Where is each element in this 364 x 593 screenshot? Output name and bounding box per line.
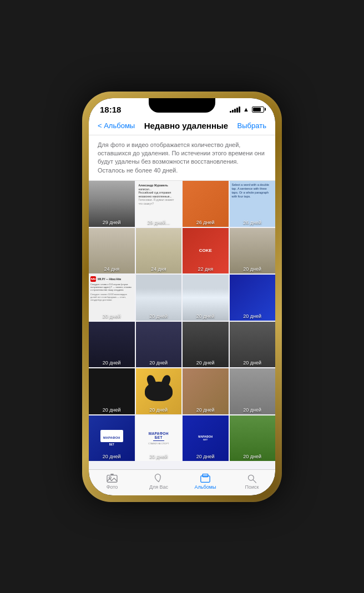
grid-row: 24 дня 24 дня COKE 22 дня 20 дней — [89, 228, 275, 274]
screen: 18:18 ▲ < Альбомы — [89, 98, 275, 495]
albums-icon — [199, 473, 211, 483]
day-label: 26 дней — [230, 220, 276, 225]
svg-rect-0 — [107, 475, 117, 482]
day-label: 20 дней — [89, 313, 135, 319]
grid-row: 29 дней Александр Журавель написал... Ро… — [89, 181, 275, 227]
day-label: 24 дня — [89, 266, 135, 272]
day-label: 20 дней — [230, 266, 276, 272]
photo-cell[interactable]: 20 дней — [136, 368, 182, 414]
back-button[interactable]: < Альбомы — [98, 121, 135, 130]
photo-cell[interactable]: 20 дней — [230, 368, 276, 414]
day-label: 20 дней — [230, 313, 276, 319]
svg-line-6 — [253, 479, 256, 482]
day-label: 20 дней — [183, 407, 229, 413]
search-icon — [246, 473, 258, 483]
day-label: 24 дня — [136, 266, 182, 272]
select-button[interactable]: Выбрать — [237, 121, 266, 130]
day-label: 20 дней — [183, 454, 229, 459]
day-label: 20 дней — [89, 454, 135, 459]
day-label: 29 дней... — [136, 220, 182, 225]
photo-cell[interactable]: 20 дней — [230, 415, 276, 462]
photo-cell[interactable]: 20 дней — [183, 368, 229, 414]
grid-row: 20 дней 20 дней 20 дней 20 дней — [89, 368, 275, 414]
photo-cell[interactable]: 20 дней — [89, 322, 135, 368]
day-label: 20 дней — [230, 454, 276, 459]
day-label: 20 дней — [183, 360, 229, 366]
photo-cell[interactable]: 20 дней — [230, 275, 276, 321]
for-you-icon — [153, 473, 165, 483]
tab-bar: Фото Для Вас Альбомы — [89, 469, 275, 495]
photo-cell[interactable]: МАРАФОН БЕТ 20 дней — [89, 415, 135, 462]
photo-cell[interactable]: 24 дня — [136, 228, 182, 274]
photo-cell[interactable]: 20 дней — [183, 275, 229, 321]
photo-cell[interactable]: COKE 22 дня — [183, 228, 229, 274]
phone-inner: 18:18 ▲ < Альбомы — [89, 98, 275, 495]
tab-search-label: Поиск — [245, 484, 259, 490]
tab-search[interactable]: Поиск — [229, 473, 275, 490]
tab-for-you[interactable]: Для Вас — [135, 473, 182, 490]
tab-albums[interactable]: Альбомы — [182, 473, 229, 490]
wifi-icon: ▲ — [243, 106, 249, 113]
photo-cell[interactable]: 29 дней — [89, 181, 135, 227]
photo-cell[interactable]: 24 дня — [89, 228, 135, 274]
day-label: 20 дней — [230, 407, 276, 413]
tab-photos[interactable]: Фото — [89, 473, 135, 490]
photo-cell[interactable]: МАРАФОНБЕТ СТАВКИ НА СПОРТ 20 дней — [136, 415, 182, 462]
tab-photos-label: Фото — [107, 484, 118, 490]
photo-cell[interactable]: NN МК.РУ — Нёжа Нёж Сноуден: слова о О.0… — [89, 275, 135, 321]
notch — [149, 98, 215, 113]
grid-row: NN МК.РУ — Нёжа Нёж Сноуден: слова о О.0… — [89, 275, 275, 321]
photo-cell[interactable]: МАРАФОН БЕТ 20 дней — [183, 415, 229, 462]
photos-icon — [106, 473, 118, 483]
photo-cell[interactable]: Александр Журавель написал... Российский… — [136, 181, 182, 227]
grid-row: МАРАФОН БЕТ 20 дней МАРАФОНБЕТ СТАВКИ НА… — [89, 415, 275, 462]
status-time: 18:18 — [100, 105, 121, 114]
tab-for-you-label: Для Вас — [149, 484, 168, 490]
nav-bar: < Альбомы Недавно удаленные Выбрать — [89, 116, 275, 135]
day-label: 20 дней — [183, 313, 229, 319]
day-label: 20 дней — [230, 360, 276, 366]
photo-cell[interactable]: 26 дней — [183, 181, 229, 227]
photo-grid: 29 дней Александр Журавель написал... Ро… — [89, 181, 275, 469]
photo-cell[interactable]: 20 дней — [136, 322, 182, 368]
status-icons: ▲ — [230, 106, 264, 113]
grid-row: 20 дней 20 дней 20 дней 20 дней — [89, 322, 275, 368]
photo-cell[interactable]: Select a word with a double tap. A sente… — [230, 181, 276, 227]
day-label: 20 дней — [136, 407, 182, 413]
photo-cell[interactable]: 20 дней — [183, 322, 229, 368]
page-title: Недавно удаленные — [144, 121, 228, 130]
info-text: Для фото и видео отображается количество… — [89, 135, 275, 181]
day-label: 20 дней — [136, 360, 182, 366]
svg-rect-2 — [110, 473, 113, 475]
tab-albums-label: Альбомы — [195, 484, 216, 490]
phone-frame: 18:18 ▲ < Альбомы — [82, 92, 282, 502]
day-label: 20 дней — [89, 407, 135, 413]
signal-icon — [230, 107, 240, 113]
svg-rect-4 — [203, 474, 208, 477]
day-label: 20 дней — [89, 360, 135, 366]
photo-cell[interactable]: 20 дней — [136, 275, 182, 321]
day-label: 29 дней — [89, 220, 135, 225]
day-label: 20 дней — [136, 454, 182, 459]
day-label: 22 дня — [183, 266, 229, 272]
day-label: 20 дней — [136, 313, 182, 319]
battery-icon — [252, 107, 264, 113]
photo-cell[interactable]: 20 дней — [230, 322, 276, 368]
day-label: 26 дней — [183, 220, 229, 225]
photo-cell[interactable]: 20 дней — [89, 368, 135, 414]
photo-cell[interactable]: 20 дней — [230, 228, 276, 274]
